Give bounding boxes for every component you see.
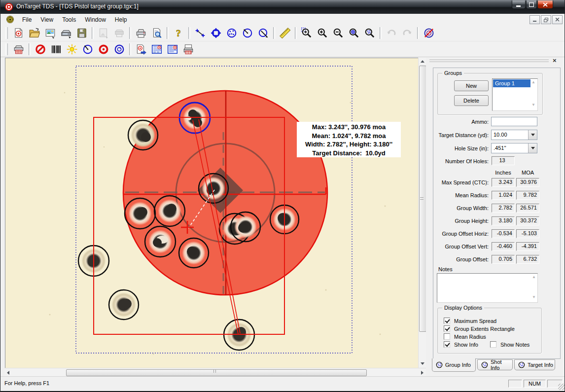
toolbar-separator bbox=[380, 27, 382, 39]
scan-image-icon[interactable] bbox=[59, 26, 73, 40]
menu-tools[interactable]: Tools bbox=[58, 15, 80, 25]
exclude-shot-icon[interactable] bbox=[34, 42, 47, 56]
zoom-out-icon[interactable] bbox=[331, 26, 345, 40]
maximize-button[interactable] bbox=[526, 0, 537, 9]
menu-view[interactable]: View bbox=[36, 15, 58, 25]
horizontal-scrollbar[interactable] bbox=[4, 368, 426, 376]
checkbox-label: Mean Radius bbox=[454, 334, 486, 340]
toolbar-separator bbox=[273, 27, 275, 39]
tab-label: Group Info bbox=[445, 362, 471, 368]
bullet-hole-9[interactable] bbox=[145, 226, 176, 257]
menu-help[interactable]: Help bbox=[110, 15, 132, 25]
print-target-icon[interactable] bbox=[12, 42, 26, 56]
export-target-icon[interactable] bbox=[134, 42, 148, 56]
list-scroll-up-icon[interactable]: ▲ bbox=[531, 80, 535, 84]
scope-icon[interactable] bbox=[112, 42, 126, 56]
toggle-overlays-icon[interactable] bbox=[422, 26, 436, 40]
bullet-hole-7[interactable] bbox=[231, 212, 260, 242]
checkbox-show-notes[interactable] bbox=[490, 341, 496, 348]
scroll-up-button[interactable] bbox=[419, 58, 426, 65]
stat-inches: 1.024 bbox=[492, 191, 515, 200]
zoom-in-icon[interactable] bbox=[316, 26, 329, 40]
hole-size-value: .451'' bbox=[492, 143, 528, 153]
brightness-icon[interactable] bbox=[65, 42, 79, 56]
stat-moa: 30.976 bbox=[516, 178, 539, 187]
zoom-all-icon[interactable] bbox=[347, 26, 361, 40]
bullet-hole-3[interactable] bbox=[199, 174, 228, 203]
list-scroll-down-icon[interactable]: ▼ bbox=[531, 103, 535, 107]
column-header-moa: MOA bbox=[516, 170, 539, 176]
scroll-down-button[interactable] bbox=[419, 360, 426, 367]
tab-shot-info[interactable]: Shot Info bbox=[477, 359, 513, 370]
minimize-button[interactable] bbox=[512, 0, 526, 9]
zoom-shots-icon[interactable] bbox=[363, 26, 377, 40]
print-report-icon[interactable] bbox=[181, 42, 195, 56]
toolbar-target bbox=[0, 41, 565, 57]
chevron-down-icon[interactable] bbox=[528, 130, 537, 140]
bullet-hole-4[interactable] bbox=[125, 198, 155, 229]
help-icon[interactable]: ? bbox=[172, 26, 185, 40]
vertical-scrollbar[interactable] bbox=[418, 58, 426, 368]
calibrate-target-icon[interactable] bbox=[241, 26, 254, 40]
barcode-icon[interactable] bbox=[49, 42, 63, 56]
tab-label: Shot Info bbox=[491, 359, 512, 371]
new-group-button[interactable]: New bbox=[454, 80, 489, 91]
bullet-hole-1[interactable] bbox=[128, 120, 158, 150]
stat-label: Group Offset Horiz: bbox=[420, 231, 489, 237]
menu-window[interactable]: Window bbox=[80, 15, 110, 25]
import-image-icon[interactable] bbox=[43, 26, 57, 40]
toolbar-gripper[interactable] bbox=[5, 27, 8, 39]
tab-group-info[interactable]: Group Info bbox=[432, 358, 476, 372]
hole-size-combo[interactable]: .451'' bbox=[491, 143, 537, 153]
measure-tool-icon[interactable] bbox=[193, 26, 207, 40]
chevron-down-icon[interactable] bbox=[528, 143, 537, 153]
mdi-minimize-button[interactable] bbox=[530, 15, 540, 24]
scroll-right-button[interactable] bbox=[419, 369, 426, 376]
mark-shot-icon[interactable] bbox=[209, 26, 223, 40]
document-target-icon[interactable] bbox=[6, 16, 14, 23]
target-distance-combo[interactable]: 10.00 bbox=[491, 130, 537, 140]
bullet-hole-12[interactable] bbox=[109, 290, 139, 320]
bullet-hole-10[interactable] bbox=[179, 238, 209, 268]
close-button[interactable] bbox=[537, 0, 553, 9]
open-target-icon[interactable] bbox=[28, 26, 41, 40]
checkbox-show-info[interactable] bbox=[444, 341, 450, 348]
resize-grip[interactable] bbox=[558, 384, 565, 390]
zoom-window-icon[interactable] bbox=[300, 26, 314, 40]
checkbox-maximum-spread[interactable] bbox=[444, 318, 450, 324]
delete-group-button[interactable]: Delete bbox=[454, 95, 489, 106]
notes-textarea[interactable] bbox=[437, 273, 538, 303]
horizontal-scroll-thumb[interactable] bbox=[66, 369, 367, 376]
menu-file[interactable]: File bbox=[18, 15, 36, 25]
notes-scroll-up-icon[interactable]: ▲ bbox=[532, 275, 536, 279]
notes-scroll-down-icon[interactable]: ▼ bbox=[532, 295, 536, 299]
print-preview-icon[interactable] bbox=[150, 26, 164, 40]
panel-gripper[interactable] bbox=[429, 62, 549, 63]
ruler-icon[interactable] bbox=[278, 26, 292, 40]
ammo-input[interactable] bbox=[491, 117, 537, 126]
panel-close-icon[interactable]: × bbox=[553, 57, 557, 64]
calibrate-distance-icon[interactable] bbox=[81, 42, 95, 56]
print-icon[interactable] bbox=[134, 26, 148, 40]
group-list-item[interactable]: Group 1 bbox=[493, 79, 530, 87]
new-target-icon[interactable] bbox=[12, 26, 26, 40]
target-canvas[interactable] bbox=[5, 58, 419, 368]
mdi-close-button[interactable] bbox=[552, 15, 563, 24]
stat-label: Group Width: bbox=[420, 205, 489, 211]
mark-group-icon[interactable] bbox=[225, 26, 239, 40]
bullet-hole-5[interactable] bbox=[154, 196, 185, 226]
mdi-restore-button[interactable] bbox=[541, 15, 551, 24]
save-target-icon[interactable] bbox=[75, 26, 89, 40]
bullseye-icon[interactable] bbox=[97, 42, 110, 56]
tab-target-info[interactable]: Target Info bbox=[514, 359, 555, 370]
group-report-icon[interactable] bbox=[150, 42, 164, 56]
panel-gripper[interactable] bbox=[429, 60, 549, 61]
scroll-left-button[interactable] bbox=[4, 369, 12, 376]
rotate-target-icon[interactable] bbox=[256, 26, 270, 40]
maximize-icon bbox=[529, 2, 534, 7]
checkbox-label: Maximum Spread bbox=[454, 318, 496, 324]
target-report-icon[interactable] bbox=[166, 42, 179, 56]
toolbar-gripper[interactable] bbox=[5, 43, 8, 55]
checkbox-group-extents[interactable] bbox=[444, 325, 450, 332]
checkbox-mean-radius[interactable] bbox=[444, 333, 450, 340]
